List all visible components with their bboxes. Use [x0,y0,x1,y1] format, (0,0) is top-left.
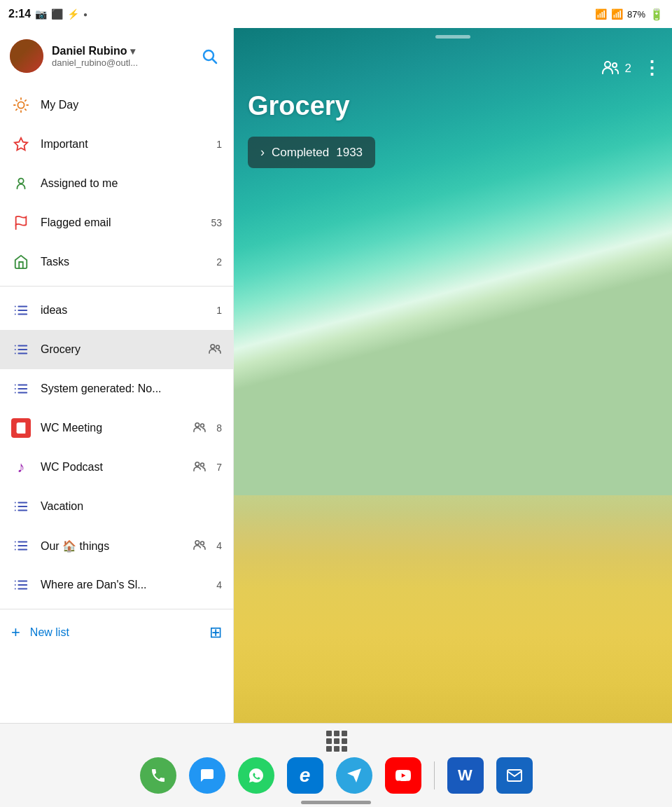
tasks-house-icon [11,252,31,272]
svg-point-35 [201,424,204,427]
assigned-label: Assigned to me [41,177,222,190]
svg-line-9 [16,109,17,110]
people-icon [601,60,620,77]
plus-icon: + [11,623,20,642]
new-list-label: New list [30,626,200,639]
word-app-icon[interactable]: W [447,757,484,794]
our-things-label: Our 🏠 things [41,539,180,553]
sidebar-item-tasks[interactable]: Tasks 2 [0,242,233,282]
wc-podcast-label: WC Podcast [41,461,180,474]
camera-icon: 📷 [35,8,47,20]
sidebar-item-system[interactable]: System generated: No... [0,369,233,408]
new-list-template-icon[interactable]: ⊞ [209,623,222,642]
user-info: Daniel Rubino ▾ daniel_rubino@outl... [52,45,187,68]
svg-point-34 [195,423,200,427]
sidebar-item-assigned[interactable]: Assigned to me [0,164,233,203]
completed-label: Completed [272,146,329,160]
system-label: System generated: No... [41,382,222,395]
youtube-app-icon[interactable] [385,757,421,794]
sidebar-item-our-things[interactable]: Our 🏠 things 4 [0,526,233,565]
dot-icon: ● [83,11,88,18]
sidebar-item-vacation[interactable]: Vacation [0,487,233,526]
sidebar-item-ideas[interactable]: ideas 1 [0,291,233,330]
svg-point-58 [605,62,610,67]
ideas-badge: 1 [216,305,222,316]
flag-icon [11,213,31,233]
svg-line-5 [16,100,17,101]
app-icons-row: e W [0,753,672,798]
sidebar-nav: My Day Important 1 Assigned to me [0,83,233,654]
book-icon-wc-meeting [11,418,31,438]
wc-podcast-shared-icon [192,460,206,474]
flagged-badge: 53 [211,217,222,228]
sidebar-item-grocery[interactable]: Grocery [0,330,233,369]
sidebar-header: Daniel Rubino ▾ daniel_rubino@outl... [0,28,233,83]
battery-icon: 🔋 [650,8,664,21]
grid-icon [326,731,346,750]
svg-line-6 [25,109,26,110]
flagged-label: Flagged email [41,216,201,229]
new-list-item[interactable]: + New list ⊞ [0,614,233,651]
where-dans-label: Where are Dan's Sl... [41,579,206,591]
ideas-label: ideas [41,304,206,317]
dropdown-arrow-icon: ▾ [130,46,135,57]
wc-podcast-badge: 7 [216,462,222,473]
grocery-shared-icon [208,343,222,357]
sim-icon: ⬛ [51,8,63,20]
completed-button[interactable]: › Completed 1933 [248,137,375,168]
sidebar-item-my-day[interactable]: My Day [0,85,233,125]
list-icon-vacation [11,497,31,516]
important-label: Important [41,138,206,151]
messages-app-icon[interactable] [189,757,225,794]
status-bar: 2:14 📷 ⬛ ⚡ ● 📶 📶 87% 🔋 [0,0,672,28]
time-display: 2:14 [8,8,31,20]
svg-point-2 [18,102,24,108]
more-options-button[interactable]: ⋮ [643,59,661,77]
vacation-label: Vacation [41,500,222,513]
search-button[interactable] [195,42,223,70]
svg-point-27 [216,345,220,349]
svg-point-37 [201,463,204,467]
svg-marker-11 [15,138,27,150]
where-dans-badge: 4 [216,579,222,591]
home-indicator [301,801,371,804]
svg-point-12 [18,179,23,184]
user-email-display: daniel_rubino@outl... [52,57,187,68]
list-divider [0,609,233,609]
mail-app-icon[interactable] [496,757,533,794]
wc-meeting-badge: 8 [216,422,222,434]
whatsapp-app-icon[interactable] [238,757,274,794]
phone-app-icon[interactable] [140,757,176,794]
list-icon-system [11,379,31,399]
app-divider [434,761,435,789]
user-name-display[interactable]: Daniel Rubino ▾ [52,45,187,57]
sidebar-item-where-dans[interactable]: Where are Dan's Sl... 4 [0,565,233,605]
list-icon-ideas [11,301,31,320]
avatar[interactable] [10,39,43,73]
telegram-app-icon[interactable] [336,757,372,794]
sidebar-item-wc-meeting[interactable]: WC Meeting 8 [0,408,233,448]
person-icon [11,174,31,193]
svg-point-51 [201,542,204,545]
tesla-icon: ⚡ [67,8,79,20]
sidebar-item-important[interactable]: Important 1 [0,125,233,164]
sidebar-item-wc-podcast[interactable]: ♪ WC Podcast 7 [0,448,233,487]
my-day-label: My Day [41,99,222,111]
music-icon-wc-podcast: ♪ [11,457,31,477]
important-badge: 1 [216,139,222,150]
bottom-nav: e W [0,723,672,807]
sidebar-item-flagged[interactable]: Flagged email 53 [0,203,233,242]
app-grid-button[interactable] [0,724,672,753]
completed-count: 1933 [336,146,363,160]
edge-app-icon[interactable]: e [287,757,323,794]
svg-point-26 [211,345,215,349]
svg-line-10 [25,100,26,101]
tasks-label: Tasks [41,256,206,268]
wifi-icon: 📶 [595,8,607,20]
star-icon [11,134,31,154]
our-things-shared-icon [192,539,206,553]
list-icon-grocery [11,340,31,359]
people-count: 2 [625,62,631,76]
people-count-button[interactable]: 2 [601,60,631,77]
sun-icon [11,95,31,115]
